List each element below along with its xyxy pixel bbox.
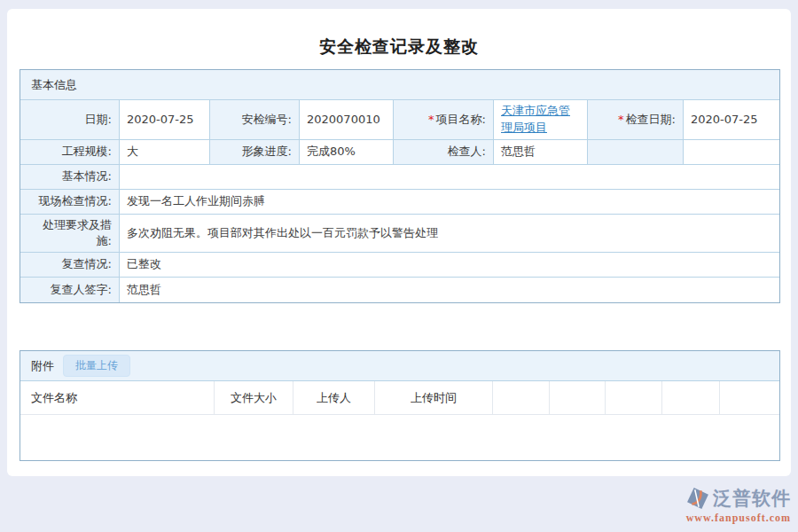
- field-project-label-text: 项目名称:: [436, 113, 486, 126]
- attach-col-extra-2: [550, 381, 606, 415]
- field-recheck-sign-label: 复查人签字:: [20, 278, 120, 302]
- field-empty-value: [684, 140, 779, 165]
- field-project-value: 天津市应急管理局项目: [494, 100, 588, 140]
- field-date-value: 2020-07-25: [120, 100, 210, 140]
- basic-info-section-title: 基本信息: [31, 77, 77, 93]
- attach-col-file-name: 文件名称: [20, 381, 215, 415]
- vendor-brand-name: 泛普软件: [713, 489, 791, 508]
- field-inspector-label: 检查人:: [394, 140, 494, 165]
- field-scale-label: 工程规模:: [20, 140, 120, 165]
- field-code-value: 2020070010: [300, 100, 394, 140]
- vendor-site-url: www.fanpusoft.com: [686, 512, 791, 523]
- attach-col-extra-5: [720, 381, 779, 415]
- field-code-label: 安检编号:: [210, 100, 300, 140]
- project-name-link[interactable]: 天津市应急管理局项目: [501, 104, 570, 134]
- field-check-date-value: 2020-07-25: [684, 100, 779, 140]
- required-asterisk: *: [428, 113, 434, 126]
- basic-info-section-header: 基本信息: [20, 70, 779, 100]
- attachments-empty-body: [20, 415, 779, 460]
- field-inspector-value: 范思哲: [494, 140, 588, 165]
- field-site-check-label: 现场检查情况:: [20, 190, 120, 215]
- attachments-section-header: 附件 批量上传: [20, 351, 779, 381]
- basic-info-table: 日期: 2020-07-25 安检编号: 2020070010 *项目名称: 天…: [20, 100, 779, 302]
- vendor-watermark: 泛普软件 www.fanpusoft.com: [686, 487, 791, 523]
- field-recheck-sign-value: 范思哲: [120, 278, 779, 302]
- field-recheck-label: 复查情况:: [20, 253, 120, 278]
- field-measures-label: 处理要求及措施:: [20, 215, 120, 253]
- attachments-section-title: 附件: [31, 358, 54, 374]
- required-asterisk: *: [618, 113, 624, 126]
- attach-col-upload-time: 上传时间: [375, 381, 493, 415]
- fanpu-logo-icon: [686, 487, 709, 510]
- field-empty-label: [588, 140, 684, 165]
- field-basic-situation-value: [120, 165, 779, 190]
- field-scale-value: 大: [120, 140, 210, 165]
- attachments-table: 文件名称 文件大小 上传人 上传时间: [20, 381, 779, 460]
- attach-col-extra-1: [493, 381, 550, 415]
- attach-col-extra-3: [606, 381, 662, 415]
- attach-col-extra-4: [662, 381, 720, 415]
- field-site-check-value: 发现一名工人作业期间赤膊: [120, 190, 779, 215]
- attachments-section: 附件 批量上传 文件名称 文件大小 上传人 上传时间: [20, 350, 780, 461]
- attach-col-uploader: 上传人: [293, 381, 375, 415]
- field-progress-label: 形象进度:: [210, 140, 300, 165]
- batch-upload-button[interactable]: 批量上传: [63, 355, 130, 377]
- field-recheck-value: 已整改: [120, 253, 779, 278]
- field-date-label: 日期:: [20, 100, 120, 140]
- basic-info-section: 基本信息 日期: 2020-07-25 安检编号: 2020070010 *项目…: [20, 69, 780, 303]
- field-project-label: *项目名称:: [394, 100, 494, 140]
- field-basic-situation-label: 基本情况:: [20, 165, 120, 190]
- field-check-date-label: *检查日期:: [588, 100, 684, 140]
- field-progress-value: 完成80%: [300, 140, 394, 165]
- field-check-date-label-text: 检查日期:: [626, 113, 676, 126]
- page-title: 安全检查记录及整改: [0, 35, 798, 59]
- attach-col-file-size: 文件大小: [215, 381, 293, 415]
- field-measures-value: 多次劝阻无果。项目部对其作出处以一百元罚款予以警告处理: [120, 215, 779, 253]
